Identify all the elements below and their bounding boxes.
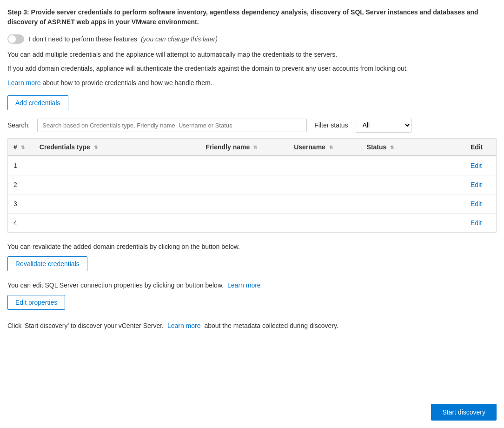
th-status[interactable]: Status ⇅ (361, 139, 465, 156)
edit-link-4[interactable]: Edit (471, 219, 482, 227)
sort-icon-status: ⇅ (390, 145, 394, 150)
edit-properties-button[interactable]: Edit properties (7, 295, 65, 310)
edit-link-1[interactable]: Edit (471, 162, 482, 169)
edit-link-2[interactable]: Edit (471, 181, 482, 188)
cell-num-3: 3 (8, 194, 34, 214)
sort-icon-num: ⇅ (21, 145, 25, 150)
cell-friendly-2 (200, 175, 288, 194)
cell-type-1 (34, 156, 200, 175)
table-row: 4 Edit (8, 214, 496, 233)
th-friendly-name[interactable]: Friendly name ⇅ (200, 139, 288, 156)
revalidate-text: You can revalidate the added domain cred… (7, 242, 497, 252)
th-credentials-type[interactable]: Credentials type ⇅ (34, 139, 200, 156)
cell-num-2: 2 (8, 175, 34, 194)
toggle-row: I don't need to perform these features (… (7, 34, 497, 44)
table-row: 1 Edit (8, 156, 496, 175)
sort-icon-type: ⇅ (94, 145, 98, 150)
cell-type-2 (34, 175, 200, 194)
edit-link-3[interactable]: Edit (471, 200, 482, 207)
credentials-table-container: # ⇅ Credentials type ⇅ Friendly name ⇅ (7, 138, 497, 233)
info-text-2: If you add domain credentials, appliance… (7, 63, 497, 74)
toggle-label: I don't need to perform these features (… (29, 35, 218, 43)
step-title: Step 3: Provide server credentials to pe… (7, 7, 497, 27)
cell-edit-2[interactable]: Edit (465, 175, 496, 194)
edit-props-text: You can edit SQL Server connection prope… (7, 281, 497, 290)
toggle-switch[interactable] (7, 34, 24, 44)
filter-status-label: Filter status (314, 121, 348, 129)
edit-props-section: You can edit SQL Server connection prope… (7, 281, 497, 310)
revalidate-credentials-button[interactable]: Revalidate credentials (7, 256, 87, 271)
cell-username-1 (288, 156, 361, 175)
th-edit: Edit (465, 139, 496, 156)
add-credentials-button[interactable]: Add credentials (7, 95, 68, 110)
table-row: 3 Edit (8, 194, 496, 214)
search-filter-row: Search: Filter status All Valid Invalid … (7, 118, 497, 133)
info-text-1: You can add multiple credentials and the… (7, 49, 497, 60)
discovery-learn-more-link[interactable]: Learn more (167, 322, 201, 329)
start-discovery-button[interactable]: Start discovery (431, 404, 497, 421)
cell-edit-4[interactable]: Edit (465, 214, 496, 233)
cell-username-2 (288, 175, 361, 194)
edit-props-learn-more-link[interactable]: Learn more (227, 281, 261, 289)
cell-username-4 (288, 214, 361, 233)
cell-edit-1[interactable]: Edit (465, 156, 496, 175)
cell-num-1: 1 (8, 156, 34, 175)
cell-status-1 (361, 156, 465, 175)
discovery-text: Click 'Start discovery' to discover your… (7, 321, 497, 331)
learn-more-text-1: about how to provide credentials and how… (42, 79, 212, 87)
cell-type-4 (34, 214, 200, 233)
cell-status-2 (361, 175, 465, 194)
table-row: 2 Edit (8, 175, 496, 194)
th-num[interactable]: # ⇅ (8, 139, 34, 156)
table-body: 1 Edit 2 Edit 3 Edit 4 Edit (8, 156, 496, 232)
cell-friendly-3 (200, 194, 288, 214)
table-header-row: # ⇅ Credentials type ⇅ Friendly name ⇅ (8, 139, 496, 156)
search-input[interactable] (37, 119, 307, 132)
cell-type-3 (34, 194, 200, 214)
sort-icon-friendly: ⇅ (253, 145, 257, 150)
search-label: Search: (7, 121, 30, 129)
sort-icon-username: ⇅ (329, 145, 333, 150)
credentials-table: # ⇅ Credentials type ⇅ Friendly name ⇅ (8, 139, 496, 232)
cell-friendly-4 (200, 214, 288, 233)
cell-username-3 (288, 194, 361, 214)
cell-status-3 (361, 194, 465, 214)
th-username[interactable]: Username ⇅ (288, 139, 361, 156)
learn-more-link-1[interactable]: Learn more (7, 79, 41, 87)
learn-more-row: Learn more about how to provide credenti… (7, 78, 497, 88)
filter-status-select[interactable]: All Valid Invalid Pending (356, 118, 411, 133)
cell-num-4: 4 (8, 214, 34, 233)
cell-status-4 (361, 214, 465, 233)
cell-edit-3[interactable]: Edit (465, 194, 496, 214)
cell-friendly-1 (200, 156, 288, 175)
revalidate-section: You can revalidate the added domain cred… (7, 242, 497, 271)
